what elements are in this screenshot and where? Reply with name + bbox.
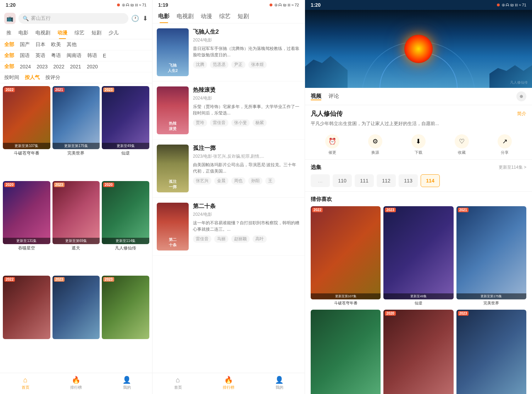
mid-tab-dianying[interactable]: 电影 — [158, 13, 170, 23]
nav-tab-dongman[interactable]: 动漫 — [54, 27, 71, 39]
right-tab-comment[interactable]: 评论 — [328, 93, 339, 100]
sort-popularity[interactable]: 按人气 — [25, 74, 40, 81]
bottom-nav-home-mid[interactable]: ⌂ 首页 — [153, 376, 203, 390]
filter3-quanbu[interactable]: 全部 — [4, 63, 14, 70]
mid-tab-zongyi[interactable]: 综艺 — [219, 13, 231, 23]
filter3-2021[interactable]: 2021 — [70, 64, 81, 69]
actor-2-3[interactable]: 孙阳 — [248, 177, 262, 185]
grid-title-7 — [52, 339, 100, 341]
search-input-wrap[interactable]: 🔍 雾山五行 — [18, 13, 128, 24]
episode-110[interactable]: 110 — [333, 174, 352, 187]
actor-1-1[interactable]: 雷佳音 — [210, 119, 228, 126]
filter2-quanbu[interactable]: 全部 — [4, 52, 14, 59]
action-huanyuan[interactable]: ⚙ 换源 — [368, 134, 382, 155]
rec-item-3[interactable]: 凡人修仙传 — [311, 310, 381, 394]
actor-0-0[interactable]: 沈腾 — [193, 61, 207, 68]
right-tab-video[interactable]: 视频 — [311, 93, 321, 100]
grid-item-6[interactable]: 2022 — [3, 276, 50, 362]
episode-prev[interactable]: … — [311, 174, 330, 187]
actor-1-2[interactable]: 张小斐 — [231, 119, 250, 126]
action-share[interactable]: ↗ 分享 — [498, 134, 512, 155]
fanren-intro-btn[interactable]: 简介 — [517, 111, 526, 117]
actor-2-1[interactable]: 金晨 — [214, 177, 228, 185]
nav-tab-dianshiju[interactable]: 电视剧 — [32, 27, 54, 39]
grid-item-5[interactable]: 2020 更新至114集 凡人修仙传 — [102, 181, 149, 274]
filter3-2024[interactable]: 2024 — [20, 64, 31, 69]
nav-tab-shaor[interactable]: 少儿 — [105, 27, 122, 39]
filter1-qita[interactable]: 其他 — [67, 41, 77, 48]
filter3-2023[interactable]: 2023 — [37, 64, 48, 69]
nav-tab-dianying[interactable]: 电影 — [15, 27, 32, 39]
filter3-2020[interactable]: 2020 — [87, 64, 98, 69]
sort-time[interactable]: 按时间 — [4, 74, 19, 81]
mid-tab-dongman[interactable]: 动漫 — [201, 13, 212, 23]
bottom-nav-me-left[interactable]: 👤 我的 — [101, 376, 152, 390]
episode-112[interactable]: 112 — [377, 174, 396, 187]
filter2-e[interactable]: E — [103, 53, 106, 58]
grid-item-7[interactable]: 2023 — [52, 276, 100, 362]
actor-1-3[interactable]: 杨紫 — [253, 119, 267, 126]
mid-tab-duanju[interactable]: 短剧 — [238, 13, 249, 23]
filter1-guochan[interactable]: 国产 — [20, 41, 30, 48]
actor-0-2[interactable]: 尹正 — [231, 61, 245, 68]
episode-113[interactable]: 113 — [399, 174, 418, 187]
actor-3-3[interactable]: 高叶 — [253, 235, 267, 243]
share-circle-icon[interactable]: ⊕ — [516, 91, 526, 101]
filter2-guoyu[interactable]: 国语 — [20, 52, 30, 59]
filter3-2022[interactable]: 2022 — [53, 64, 64, 69]
movie-item-0[interactable]: 飞驰人生2 飞驰人生2 2024/电影 昔日冠军车手张驰（沈腾饰）沦为落魄驾校教… — [153, 23, 305, 81]
actor-1-0[interactable]: 贾玲 — [193, 119, 207, 126]
actor-2-0[interactable]: 张艺兴 — [193, 177, 211, 185]
nav-tab-tui[interactable]: 推 — [3, 27, 15, 39]
action-download[interactable]: ⬇ 下载 — [411, 134, 426, 155]
grid-item-1[interactable]: 2021 更新至第175集 完美世界 — [52, 86, 100, 179]
rec-item-5[interactable]: 2023 — [456, 310, 526, 394]
bottom-nav-rank-left[interactable]: 🔥 排行榜 — [51, 376, 101, 390]
poster-img-1 — [52, 86, 100, 149]
bottom-nav-rank-mid[interactable]: 🔥 排行榜 — [203, 376, 254, 390]
grid-item-4[interactable]: 2023 更新至第69集 遮天 — [52, 181, 100, 274]
share-icon: ↗ — [498, 134, 512, 148]
filter1-quanbu[interactable]: 全部 — [4, 41, 14, 48]
bottom-nav-me-mid[interactable]: 👤 我的 — [254, 376, 305, 390]
episode-more[interactable]: 更新至114集 > — [499, 164, 526, 170]
episode-111[interactable]: 111 — [355, 174, 374, 187]
filter1-riben[interactable]: 日本 — [35, 41, 45, 48]
actor-2-2[interactable]: 周也 — [231, 177, 245, 185]
actor-0-1[interactable]: 范丞丞 — [210, 61, 228, 68]
filter2-hanyu[interactable]: 韩语 — [87, 52, 97, 59]
rec-item-0[interactable]: 2022 更新至第107集 斗破苍穹年番 — [311, 206, 381, 307]
bottom-nav-home-left[interactable]: ⌂ 首页 — [0, 376, 51, 390]
action-cuigeng[interactable]: ⏰ 催更 — [325, 134, 339, 155]
movie-item-3[interactable]: 第二十条 第二十条 2024/电影 这一年的不容易谁能懂？自打挂职到市检察院，韩… — [153, 198, 305, 256]
actor-0-3[interactable]: 张本煜 — [248, 61, 267, 68]
mid-tab-dianshiju[interactable]: 电视剧 — [177, 13, 194, 23]
right-panel: 1:20 ⊕ ᗩ ₪ ∥∥ ≈ 71 凡人修仙传 视频 评论 ⊕ 凡人修仙传 — [305, 0, 532, 394]
video-hero[interactable]: 凡人修仙传 — [305, 10, 532, 88]
rec-badge-5: 2023 — [458, 311, 469, 316]
sort-rating[interactable]: 按评分 — [45, 74, 60, 81]
movie-item-2[interactable]: 孤注一掷 孤注一掷 2023/电影·张艺兴,反诈骗,犯罪,剧情,... 由美国帕… — [153, 140, 305, 198]
filter1-oumei[interactable]: 欧美 — [51, 41, 61, 48]
rec-item-4[interactable]: 2020 — [383, 310, 453, 394]
download-icon[interactable]: ⬇ — [143, 15, 148, 22]
actor-3-1[interactable]: 马丽 — [214, 235, 228, 243]
grid-item-8[interactable]: 2023 — [102, 276, 149, 362]
actor-3-2[interactable]: 赵丽颖 — [231, 235, 250, 243]
rec-item-1[interactable]: 2023 更新至49集 仙逆 — [383, 206, 453, 307]
actor-2-4[interactable]: 王 — [265, 177, 275, 185]
nav-tab-duanju[interactable]: 短剧 — [88, 27, 105, 39]
filter2-yueyu[interactable]: 粤语 — [51, 52, 61, 59]
filter2-yingyu[interactable]: 英语 — [35, 52, 45, 59]
rec-item-2[interactable]: 2021 更新至第175集 完美世界 — [456, 206, 526, 307]
nav-tab-zongyi[interactable]: 综艺 — [71, 27, 88, 39]
episode-114[interactable]: 114 — [421, 174, 440, 187]
movie-item-1[interactable]: 热辣滚烫 热辣滚烫 2024/电影 乐莹（贾玲饰）宅家多年，无所事事。大学毕业工… — [153, 81, 305, 140]
actor-3-0[interactable]: 雷佳音 — [193, 235, 211, 243]
filter2-minnanya[interactable]: 闽南语 — [67, 52, 82, 59]
grid-item-0[interactable]: 2022 更新至第107集 斗破苍穹年番 — [3, 86, 50, 179]
grid-item-2[interactable]: 2023 更新至49集 仙逆 — [102, 86, 149, 179]
grid-item-3[interactable]: 2020 更新至131集 吞噬星空 — [3, 181, 50, 274]
action-favorite[interactable]: ♡ 收藏 — [455, 134, 469, 155]
history-icon[interactable]: 🕐 — [131, 15, 139, 22]
